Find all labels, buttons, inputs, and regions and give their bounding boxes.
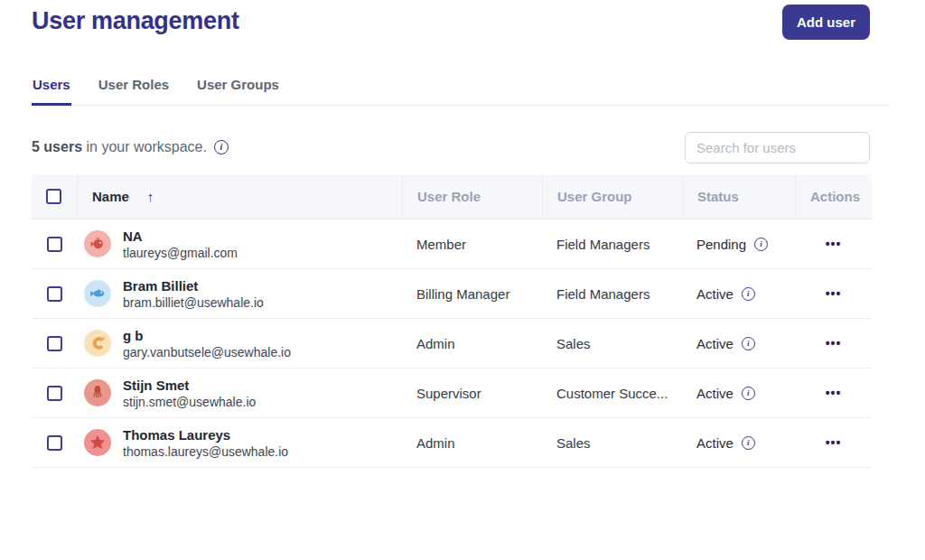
row-actions-button[interactable]: ••• bbox=[826, 387, 842, 399]
user-role: Admin bbox=[402, 319, 542, 368]
row-checkbox[interactable] bbox=[47, 435, 62, 451]
user-count: 5 users bbox=[32, 139, 82, 154]
shrimp-avatar-icon bbox=[84, 330, 111, 357]
search-input[interactable] bbox=[685, 132, 870, 163]
status-info-icon[interactable]: i bbox=[742, 436, 755, 450]
status-text: Active bbox=[696, 336, 733, 351]
table-row: g b gary.vanbutsele@usewhale.io Admin Sa… bbox=[32, 319, 872, 369]
user-group: Field Managers bbox=[542, 269, 682, 318]
column-header-actions: Actions bbox=[795, 174, 872, 219]
column-header-status[interactable]: Status bbox=[682, 174, 795, 219]
row-actions-button[interactable]: ••• bbox=[826, 238, 842, 250]
table-row: Stijn Smet stijn.smet@usewhale.io Superv… bbox=[32, 369, 872, 418]
row-checkbox[interactable] bbox=[47, 336, 62, 351]
status-text: Active bbox=[696, 286, 733, 302]
info-icon[interactable]: i bbox=[214, 140, 229, 154]
user-role: Billing Manager bbox=[402, 269, 542, 318]
row-checkbox[interactable] bbox=[47, 386, 62, 401]
add-user-button[interactable]: Add user bbox=[782, 5, 870, 40]
status-text: Active bbox=[696, 435, 733, 451]
starfish-avatar-icon bbox=[84, 429, 111, 456]
user-group: Field Managers bbox=[542, 219, 682, 268]
row-checkbox[interactable] bbox=[47, 237, 62, 252]
sort-ascending-icon[interactable]: ↑ bbox=[147, 189, 154, 204]
user-email: thomas.laureys@usewhale.io bbox=[123, 444, 288, 459]
row-actions-button[interactable]: ••• bbox=[826, 436, 842, 449]
tab-bar: Users User Roles User Groups bbox=[32, 72, 890, 106]
column-header-name[interactable]: Name ↑ bbox=[77, 174, 402, 219]
user-name: Stijn Smet bbox=[123, 378, 256, 393]
summary-text: in your workspace. bbox=[82, 139, 207, 154]
column-header-user-role[interactable]: User Role bbox=[402, 174, 542, 219]
status-info-icon[interactable]: i bbox=[742, 337, 755, 350]
table-row: Bram Billiet bram.billiet@usewhale.io Bi… bbox=[32, 269, 872, 319]
row-checkbox[interactable] bbox=[47, 286, 62, 302]
user-role: Supervisor bbox=[402, 369, 542, 417]
tab-user-groups[interactable]: User Groups bbox=[196, 72, 280, 106]
user-email: tlaureys@gmail.com bbox=[123, 246, 238, 260]
row-actions-button[interactable]: ••• bbox=[826, 337, 842, 350]
user-name: NA bbox=[123, 229, 238, 244]
fish-avatar-icon bbox=[84, 280, 111, 307]
status-text: Pending bbox=[696, 237, 746, 252]
user-group: Customer Succe... bbox=[542, 369, 682, 417]
status-text: Active bbox=[696, 386, 733, 401]
status-info-icon[interactable]: i bbox=[742, 287, 755, 301]
select-all-checkbox[interactable] bbox=[46, 189, 61, 204]
user-name: Thomas Laureys bbox=[123, 427, 288, 443]
status-info-icon[interactable]: i bbox=[742, 387, 755, 400]
page-title: User management bbox=[32, 7, 239, 35]
row-actions-button[interactable]: ••• bbox=[826, 287, 842, 300]
squid-avatar-icon bbox=[84, 379, 111, 406]
tab-users[interactable]: Users bbox=[32, 72, 71, 106]
users-table: Name ↑ User Role User Group Status Actio… bbox=[32, 174, 872, 468]
status-info-icon[interactable]: i bbox=[754, 238, 768, 251]
table-header: Name ↑ User Role User Group Status Actio… bbox=[32, 174, 872, 219]
user-group: Sales bbox=[542, 418, 682, 467]
pufferfish-avatar-icon bbox=[84, 230, 111, 257]
user-email: stijn.smet@usewhale.io bbox=[123, 395, 256, 409]
table-row: Thomas Laureys thomas.laureys@usewhale.i… bbox=[32, 418, 872, 468]
column-header-user-group[interactable]: User Group bbox=[542, 174, 682, 219]
user-name: Bram Billiet bbox=[123, 278, 264, 294]
user-role: Member bbox=[402, 219, 542, 268]
table-body: NA tlaureys@gmail.com Member Field Manag… bbox=[32, 219, 872, 468]
tab-user-roles[interactable]: User Roles bbox=[98, 72, 170, 106]
user-group: Sales bbox=[542, 319, 682, 368]
workspace-summary: 5 users in your workspace. i bbox=[32, 139, 229, 155]
table-row: NA tlaureys@gmail.com Member Field Manag… bbox=[32, 219, 872, 269]
user-email: bram.billiet@usewhale.io bbox=[123, 295, 264, 310]
user-email: gary.vanbutsele@usewhale.io bbox=[123, 345, 291, 359]
user-role: Admin bbox=[402, 418, 542, 467]
user-name: g b bbox=[123, 328, 291, 343]
user-management-page: User management Add user Users User Role… bbox=[0, 0, 925, 560]
